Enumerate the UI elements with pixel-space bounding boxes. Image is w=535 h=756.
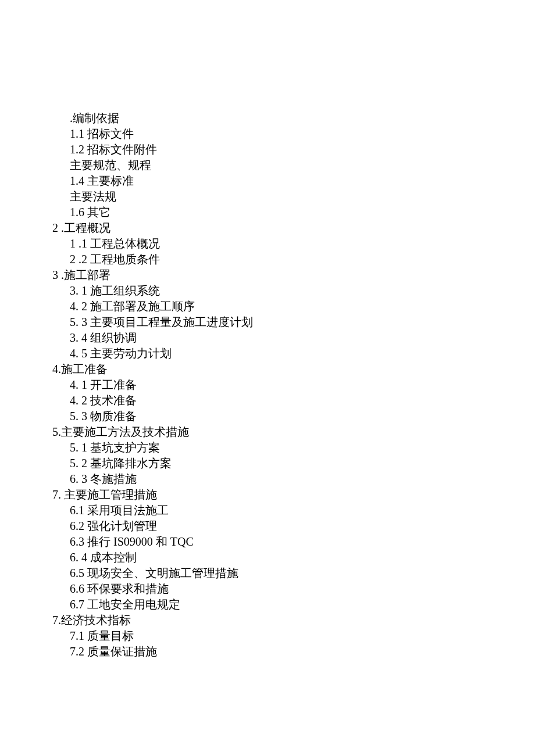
toc-entry: 6. 4 成本控制 <box>52 550 535 565</box>
toc-entry: 6.6 环保要求和措施 <box>52 581 535 597</box>
table-of-contents: .编制依据1.1 招标文件1.2 招标文件附件主要规范、规程1.4 主要标准主要… <box>52 110 535 660</box>
toc-entry: 6.2 强化计划管理 <box>52 518 535 534</box>
toc-entry: 2 .2 工程地质条件 <box>52 252 535 267</box>
toc-entry: 5. 3 主要项目工程量及施工进度计划 <box>52 314 535 330</box>
toc-entry: 7.经济技术指标 <box>52 612 535 628</box>
toc-entry: 5.主要施工方法及技术措施 <box>52 424 535 440</box>
toc-entry: 2 .工程概况 <box>52 220 535 236</box>
toc-entry: 6.1 采用项目法施工 <box>52 503 535 518</box>
toc-entry: 6.7 工地安全用电规定 <box>52 597 535 612</box>
toc-entry: 3 .施工部署 <box>52 267 535 283</box>
toc-entry: 1 .1 工程总体概况 <box>52 236 535 252</box>
toc-entry: 4.施工准备 <box>52 361 535 377</box>
toc-entry: 6. 3 冬施措施 <box>52 471 535 487</box>
toc-entry: 1.6 其它 <box>52 205 535 220</box>
toc-entry: 1.4 主要标准 <box>52 173 535 189</box>
toc-entry: 主要法规 <box>52 189 535 205</box>
toc-entry: 5. 3 物质准备 <box>52 409 535 424</box>
toc-entry: 4. 5 主要劳动力计划 <box>52 346 535 361</box>
toc-entry: 4. 2 施工部署及施工顺序 <box>52 299 535 314</box>
toc-entry: .编制依据 <box>52 110 535 126</box>
toc-entry: 7.2 质量保证措施 <box>52 644 535 660</box>
toc-entry: 1.2 招标文件附件 <box>52 142 535 157</box>
toc-entry: 5. 2 基坑降排水方案 <box>52 456 535 471</box>
toc-entry: 6.5 现场安全、文明施工管理措施 <box>52 565 535 581</box>
toc-entry: 6.3 推行 IS09000 和 TQC <box>52 534 535 550</box>
toc-entry: 4. 1 开工准备 <box>52 377 535 393</box>
toc-entry: 3. 4 组织协调 <box>52 330 535 346</box>
toc-entry: 1.1 招标文件 <box>52 126 535 142</box>
toc-entry: 5. 1 基坑支护方案 <box>52 440 535 456</box>
toc-entry: 3. 1 施工组织系统 <box>52 283 535 299</box>
toc-entry: 7. 主要施工管理措施 <box>52 487 535 503</box>
toc-entry: 4. 2 技术准备 <box>52 393 535 409</box>
toc-entry: 7.1 质量目标 <box>52 628 535 644</box>
toc-entry: 主要规范、规程 <box>52 157 535 173</box>
